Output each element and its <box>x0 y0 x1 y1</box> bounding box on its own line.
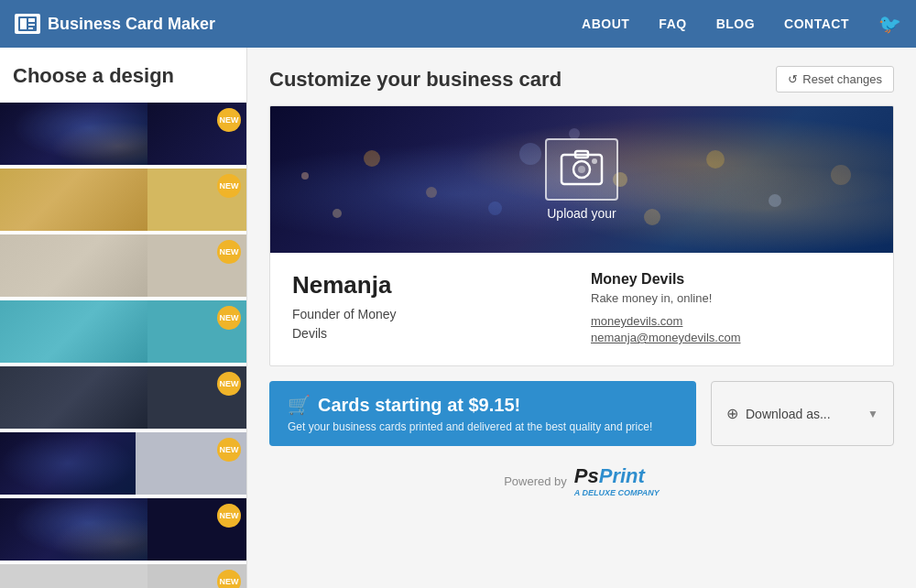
design-item-7[interactable]: NEW <box>0 498 246 561</box>
svg-rect-3 <box>28 24 35 26</box>
logo: Business Card Maker <box>15 14 215 34</box>
chevron-down-icon: ▼ <box>867 408 878 420</box>
new-badge-8: NEW <box>217 570 241 588</box>
print-cta[interactable]: 🛒 Cards starting at $9.15! Get your busi… <box>269 381 696 446</box>
new-badge-2: NEW <box>217 174 241 198</box>
header: Business Card Maker ABOUT FAQ BLOG CONTA… <box>0 0 916 48</box>
design-item-2[interactable]: NEW <box>0 169 246 231</box>
content-header: Customize your business card ↺ Reset cha… <box>269 66 894 93</box>
nav-faq[interactable]: FAQ <box>659 16 686 31</box>
powered-by: Powered by PsPrint A DELUXE COMPANY <box>269 464 894 497</box>
cart-icon: 🛒 <box>288 394 311 416</box>
content-title: Customize your business card <box>269 68 562 92</box>
svg-point-9 <box>592 158 597 164</box>
svg-rect-4 <box>28 27 33 29</box>
new-badge-7: NEW <box>217 504 241 528</box>
card-website[interactable]: moneydevils.com <box>591 314 871 328</box>
svg-point-7 <box>578 166 585 173</box>
print-cta-subtitle: Get your business cards printed and deli… <box>288 420 678 433</box>
download-label: Download as... <box>746 407 860 421</box>
header-nav: ABOUT FAQ BLOG CONTACT 🐦 <box>582 13 901 35</box>
card-tagline: Rake money in, online! <box>591 291 871 305</box>
card-info-left: Nemanja Founder of Money Devils <box>292 271 572 347</box>
design-item-3[interactable]: NEW <box>0 234 246 297</box>
design-item-6[interactable]: NEW <box>0 432 246 495</box>
design-item-8[interactable]: www.heritagechristiancollege.com NEW <box>0 564 246 588</box>
new-badge-5: NEW <box>217 372 241 396</box>
download-button[interactable]: ⊕ Download as... ▼ <box>711 381 894 446</box>
twitter-icon[interactable]: 🐦 <box>878 13 901 35</box>
card-email[interactable]: nemanja@moneydevils.com <box>591 331 871 344</box>
design-item-1[interactable]: NEW <box>0 103 246 165</box>
card-job-title: Founder of Money Devils <box>292 305 572 343</box>
card-image-area[interactable]: Upload your <box>270 106 893 253</box>
upload-text: Upload your <box>547 206 616 221</box>
reset-label: Reset changes <box>802 72 882 86</box>
new-badge-6: NEW <box>217 438 241 462</box>
card-info-right: Money Devils Rake money in, online! mone… <box>591 271 871 347</box>
svg-rect-1 <box>20 18 27 29</box>
design-item-4[interactable]: NEW <box>0 300 246 363</box>
upload-overlay[interactable]: Upload your <box>545 138 618 221</box>
card-info: Nemanja Founder of Money Devils Money De… <box>270 253 893 365</box>
content-area: Customize your business card ↺ Reset cha… <box>247 48 916 588</box>
psprint-logo: PsPrint A DELUXE COMPANY <box>574 464 660 497</box>
powered-by-label: Powered by <box>504 474 567 488</box>
logo-text: Business Card Maker <box>48 15 215 34</box>
card-company[interactable]: Money Devils <box>591 271 871 288</box>
psprint-tagline: A DELUXE COMPANY <box>574 488 660 497</box>
logo-icon <box>15 14 40 34</box>
nav-contact[interactable]: CONTACT <box>784 16 849 31</box>
nav-blog[interactable]: BLOG <box>716 16 755 31</box>
reset-icon: ↺ <box>788 72 798 86</box>
download-icon: ⊕ <box>726 405 738 422</box>
bottom-actions: 🛒 Cards starting at $9.15! Get your busi… <box>269 381 894 446</box>
design-item-5[interactable]: NEW <box>0 366 246 429</box>
sidebar: Choose a design NEW NEW <box>0 48 247 588</box>
nav-about[interactable]: ABOUT <box>582 16 629 31</box>
reset-button[interactable]: ↺ Reset changes <box>776 66 894 93</box>
upload-icon-box <box>545 138 618 201</box>
new-badge-4: NEW <box>217 306 241 330</box>
new-badge-3: NEW <box>217 240 241 264</box>
card-name[interactable]: Nemanja <box>292 271 572 299</box>
print-cta-title: 🛒 Cards starting at $9.15! <box>288 394 678 416</box>
main-layout: Choose a design NEW NEW <box>0 48 916 588</box>
new-badge-1: NEW <box>217 108 241 132</box>
svg-rect-2 <box>28 18 35 22</box>
sidebar-title: Choose a design <box>0 48 246 99</box>
card-preview: Upload your Nemanja Founder of Money Dev… <box>269 105 894 366</box>
